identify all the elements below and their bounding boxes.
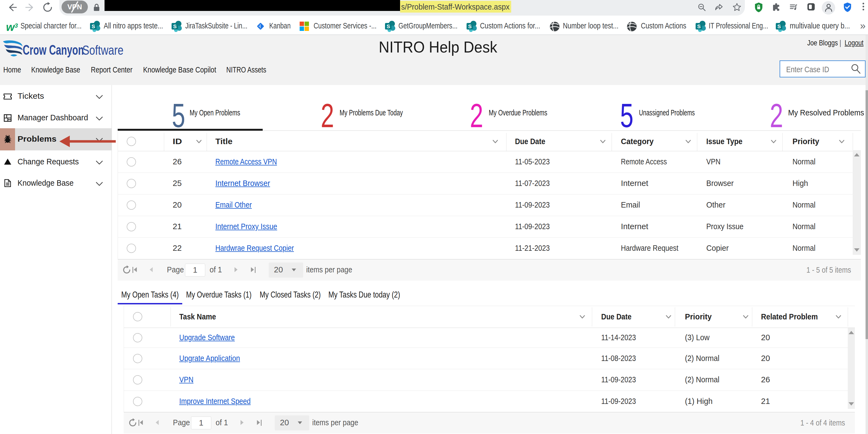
svg-text:S: S: [92, 24, 95, 29]
svg-text:S: S: [697, 24, 701, 29]
svg-text:S: S: [777, 24, 781, 29]
svg-text:S: S: [387, 24, 390, 29]
svg-text:S: S: [173, 24, 177, 29]
svg-text:S: S: [468, 24, 472, 29]
